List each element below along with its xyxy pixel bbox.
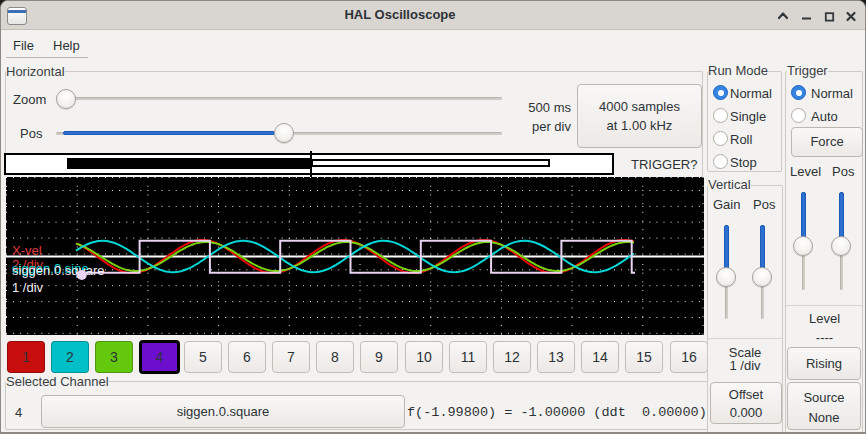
svg-text:siggen.0.square: siggen.0.square <box>12 263 105 278</box>
svg-text:X-vel: X-vel <box>12 243 42 258</box>
svg-text:1 /div: 1 /div <box>12 280 44 295</box>
